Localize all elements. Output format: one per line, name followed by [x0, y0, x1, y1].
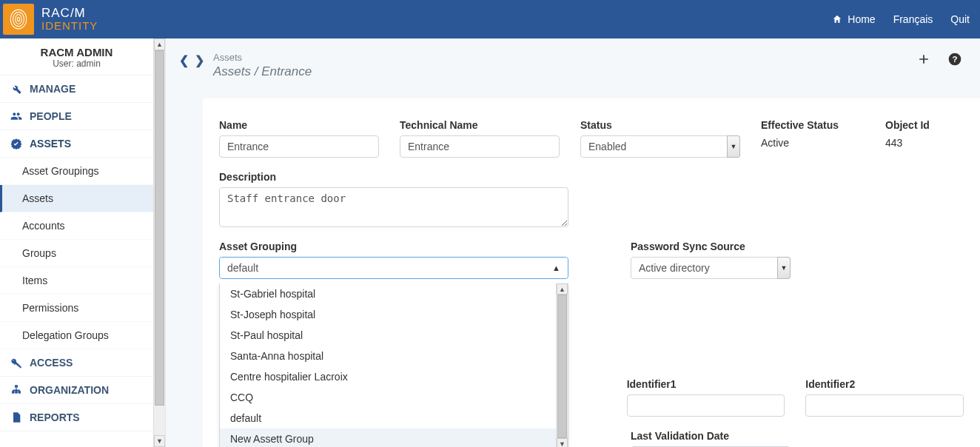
- dropdown-scroll-thumb[interactable]: [557, 295, 567, 438]
- dropdown-scrollbar[interactable]: ▲ ▼: [556, 283, 568, 447]
- nav-asset-groupings[interactable]: Asset Groupings: [0, 158, 153, 185]
- description-input[interactable]: [219, 187, 568, 227]
- identifier1-label: Identifier1: [627, 378, 785, 390]
- nav-reports-label: REPORTS: [30, 411, 80, 423]
- user-title: RACM ADMIN: [3, 46, 150, 58]
- nav-access[interactable]: ACCESS: [0, 349, 153, 377]
- breadcrumb-top: Assets: [213, 52, 312, 63]
- object-id-label: Object Id: [885, 119, 944, 131]
- dropdown-option[interactable]: CCQ: [220, 387, 556, 408]
- nav-groups[interactable]: Groups: [0, 240, 153, 267]
- last-validation-label: Last Validation Date: [631, 430, 791, 442]
- home-icon: [831, 13, 843, 25]
- nav-home[interactable]: Home: [831, 13, 875, 25]
- dropdown-option[interactable]: New Assett Group: [220, 428, 556, 447]
- svg-point-3: [17, 17, 19, 21]
- sidebar: RACM ADMIN User: admin MANAGE PEOPLE ASS…: [0, 38, 166, 447]
- status-label: Status: [580, 119, 740, 131]
- forward-button[interactable]: ❯: [195, 53, 204, 67]
- brand-line2: IDENTITY: [41, 20, 98, 32]
- brand-text: RAC/M IDENTITY: [41, 7, 98, 32]
- technical-name-label: Technical Name: [400, 119, 560, 131]
- chevron-down-icon[interactable]: ▼: [777, 257, 791, 279]
- help-button[interactable]: ?: [947, 52, 962, 70]
- scroll-up-icon[interactable]: ▲: [154, 38, 165, 50]
- nav-manage[interactable]: MANAGE: [0, 75, 153, 103]
- nav-quit[interactable]: Quit: [950, 13, 970, 25]
- nav-people-label: PEOPLE: [30, 110, 72, 122]
- user-sub: User: admin: [3, 58, 150, 69]
- effective-status-value: Active: [761, 135, 865, 149]
- password-sync-label: Password Sync Source: [631, 241, 791, 252]
- identifier1-input[interactable]: [627, 394, 785, 417]
- nav-quit-label: Quit: [950, 13, 970, 25]
- nav-assets[interactable]: ASSETS: [0, 130, 153, 158]
- name-label: Name: [219, 119, 379, 131]
- asset-grouping-combo[interactable]: ▲: [219, 257, 568, 279]
- sidebar-scrollbar[interactable]: ▲ ▼: [153, 38, 165, 447]
- scroll-down-icon[interactable]: ▼: [154, 435, 165, 447]
- identifier2-input[interactable]: [805, 394, 964, 417]
- document-icon: [10, 411, 22, 423]
- scroll-down-icon[interactable]: ▼: [557, 438, 568, 447]
- svg-rect-5: [12, 391, 14, 393]
- object-id-value: 443: [885, 135, 944, 149]
- description-label: Description: [219, 171, 568, 183]
- nav-reports[interactable]: REPORTS: [0, 404, 153, 431]
- asset-grouping-input[interactable]: [220, 258, 568, 278]
- breadcrumb-path: Assets / Entrance: [213, 64, 312, 79]
- svg-point-2: [16, 15, 22, 24]
- dropdown-option[interactable]: Centre hospitalier Lacroix: [220, 366, 556, 387]
- nav-assets-sub[interactable]: Assets: [0, 185, 153, 212]
- password-sync-select[interactable]: [631, 257, 791, 279]
- nav-language[interactable]: Français: [893, 13, 933, 25]
- asset-grouping-label: Asset Grouping: [219, 241, 568, 252]
- nav-language-label: Français: [893, 13, 933, 25]
- user-block: RACM ADMIN User: admin: [0, 38, 153, 75]
- name-input[interactable]: [219, 135, 379, 158]
- caret-up-icon[interactable]: ▲: [552, 263, 560, 272]
- people-icon: [10, 110, 22, 122]
- nav-people[interactable]: PEOPLE: [0, 103, 153, 130]
- nav-assets-label: ASSETS: [30, 138, 71, 149]
- effective-status-label: Effective Status: [761, 119, 865, 131]
- fingerprint-icon: [9, 8, 28, 30]
- nav-items[interactable]: Items: [0, 267, 153, 295]
- dropdown-option[interactable]: St-Gabriel hospital: [220, 283, 556, 304]
- check-badge-icon: [10, 138, 22, 149]
- nav-home-label: Home: [848, 13, 875, 25]
- nav-organization-label: ORGANIZATION: [30, 384, 109, 396]
- wrench-icon: [10, 83, 22, 95]
- nav-organization[interactable]: ORGANIZATION: [0, 377, 153, 404]
- nav-access-label: ACCESS: [30, 357, 73, 369]
- logo: [3, 4, 34, 35]
- svg-rect-7: [19, 391, 21, 393]
- svg-text:?: ?: [952, 54, 957, 64]
- svg-rect-4: [15, 385, 18, 387]
- org-icon: [10, 384, 22, 396]
- technical-name-input[interactable]: [400, 135, 560, 158]
- svg-rect-6: [15, 391, 17, 393]
- dropdown-option[interactable]: Santa-Anna hospital: [220, 346, 556, 366]
- nav-delegation-groups[interactable]: Delegation Groups: [0, 322, 153, 349]
- chevron-down-icon[interactable]: ▼: [727, 135, 740, 158]
- nav-manage-label: MANAGE: [30, 83, 75, 95]
- dropdown-option[interactable]: St-Paul hospital: [220, 325, 556, 346]
- main-content: ❮ ❯ Assets Assets / Entrance ? Name: [166, 38, 980, 447]
- key-icon: [10, 357, 22, 369]
- nav-permissions[interactable]: Permissions: [0, 295, 153, 322]
- nav-accounts[interactable]: Accounts: [0, 212, 153, 240]
- top-bar: RAC/M IDENTITY Home Français Quit: [0, 0, 980, 38]
- add-button[interactable]: [916, 52, 931, 70]
- asset-grouping-dropdown: St-Gabriel hospitalSt-Joseph hospitalSt-…: [219, 283, 568, 447]
- identifier2-label: Identifier2: [805, 378, 964, 390]
- back-button[interactable]: ❮: [179, 53, 189, 67]
- scroll-up-icon[interactable]: ▲: [557, 283, 568, 295]
- form-card: Name Technical Name Status ▼ Effective S…: [203, 98, 980, 447]
- dropdown-option[interactable]: default: [220, 408, 556, 428]
- dropdown-option[interactable]: St-Joseph hospital: [220, 304, 556, 325]
- scroll-thumb[interactable]: [155, 50, 164, 406]
- status-select[interactable]: [580, 135, 740, 158]
- brand-line1: RAC/M: [41, 7, 98, 20]
